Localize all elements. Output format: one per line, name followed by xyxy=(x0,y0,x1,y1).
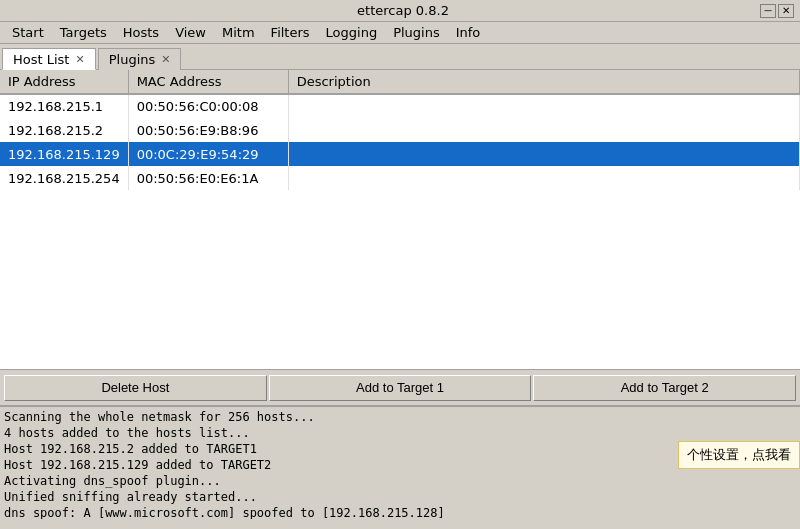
cell-desc xyxy=(288,118,799,142)
log-line: 4 hosts added to the hosts list... xyxy=(4,425,796,441)
tab-host-list-label: Host List xyxy=(13,52,69,67)
cell-ip: 192.168.215.254 xyxy=(0,166,128,190)
cell-desc xyxy=(288,166,799,190)
delete-host-button[interactable]: Delete Host xyxy=(4,375,267,401)
menu-plugins[interactable]: Plugins xyxy=(385,23,448,42)
menu-start[interactable]: Start xyxy=(4,23,52,42)
col-ip: IP Address xyxy=(0,70,128,94)
title-bar-controls[interactable]: ─ ✕ xyxy=(760,4,794,18)
button-bar: Delete Host Add to Target 1 Add to Targe… xyxy=(0,370,800,406)
tab-bar: Host List ✕ Plugins ✕ xyxy=(0,44,800,70)
popup-text: 个性设置，点我看 xyxy=(687,446,791,464)
tab-plugins-close[interactable]: ✕ xyxy=(161,53,170,66)
col-mac: MAC Address xyxy=(128,70,288,94)
add-to-target1-button[interactable]: Add to Target 1 xyxy=(269,375,532,401)
cell-mac: 00:50:56:C0:00:08 xyxy=(128,94,288,118)
log-line: Unified sniffing already started... xyxy=(4,489,796,505)
log-line: Activating dns_spoof plugin... xyxy=(4,473,796,489)
tab-host-list[interactable]: Host List ✕ xyxy=(2,48,96,70)
menu-info[interactable]: Info xyxy=(448,23,489,42)
main-area: IP Address MAC Address Description 192.1… xyxy=(0,70,800,370)
table-body: 192.168.215.100:50:56:C0:00:08192.168.21… xyxy=(0,94,800,190)
table-row[interactable]: 192.168.215.200:50:56:E9:B8:96 xyxy=(0,118,800,142)
menu-targets[interactable]: Targets xyxy=(52,23,115,42)
menu-mitm[interactable]: Mitm xyxy=(214,23,263,42)
cell-desc xyxy=(288,94,799,118)
cell-ip: 192.168.215.129 xyxy=(0,142,128,166)
tab-plugins[interactable]: Plugins ✕ xyxy=(98,48,182,70)
cell-mac: 00:50:56:E0:E6:1A xyxy=(128,166,288,190)
col-desc: Description xyxy=(288,70,799,94)
table-row[interactable]: 192.168.215.25400:50:56:E0:E6:1A xyxy=(0,166,800,190)
log-line: dns_spoof: A [www.microsoft.com] spoofed… xyxy=(4,505,796,519)
menu-logging[interactable]: Logging xyxy=(318,23,386,42)
table-row[interactable]: 192.168.215.12900:0C:29:E9:54:29 xyxy=(0,142,800,166)
table-row[interactable]: 192.168.215.100:50:56:C0:00:08 xyxy=(0,94,800,118)
tab-host-list-close[interactable]: ✕ xyxy=(75,53,84,66)
minimize-button[interactable]: ─ xyxy=(760,4,776,18)
add-to-target2-button[interactable]: Add to Target 2 xyxy=(533,375,796,401)
title-bar: ettercap 0.8.2 ─ ✕ xyxy=(0,0,800,22)
cell-ip: 192.168.215.1 xyxy=(0,94,128,118)
floating-popup[interactable]: 个性设置，点我看 xyxy=(678,441,800,469)
log-line: Scanning the whole netmask for 256 hosts… xyxy=(4,409,796,425)
menu-filters[interactable]: Filters xyxy=(263,23,318,42)
menu-bar: Start Targets Hosts View Mitm Filters Lo… xyxy=(0,22,800,44)
menu-hosts[interactable]: Hosts xyxy=(115,23,167,42)
host-table: IP Address MAC Address Description 192.1… xyxy=(0,70,800,190)
menu-view[interactable]: View xyxy=(167,23,214,42)
cell-mac: 00:50:56:E9:B8:96 xyxy=(128,118,288,142)
cell-mac: 00:0C:29:E9:54:29 xyxy=(128,142,288,166)
cell-ip: 192.168.215.2 xyxy=(0,118,128,142)
title-text: ettercap 0.8.2 xyxy=(357,3,449,18)
tab-plugins-label: Plugins xyxy=(109,52,156,67)
close-button[interactable]: ✕ xyxy=(778,4,794,18)
cell-desc xyxy=(288,142,799,166)
